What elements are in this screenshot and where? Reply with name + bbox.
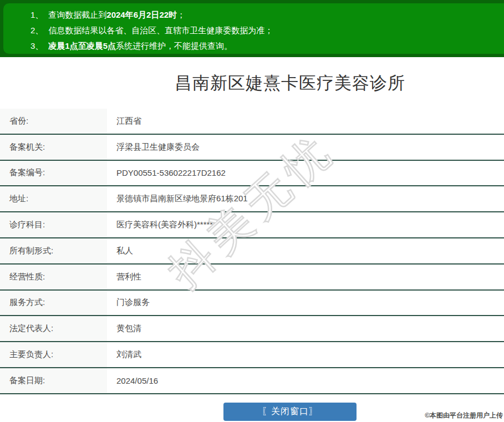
- table-row: 服务方式:门诊服务: [0, 291, 504, 317]
- row-value: 浮梁县卫生健康委员会: [107, 135, 504, 160]
- table-row: 所有制形式:私人: [0, 238, 504, 265]
- notice-item-text: 凌晨1点至凌晨5点: [48, 41, 116, 50]
- notice-item-text: 2024年6月2日22时: [106, 10, 177, 19]
- notice-item-text: 查询数据截止到: [48, 10, 106, 19]
- close-window-button[interactable]: 〖关闭窗口〗: [223, 403, 357, 421]
- notice-item: 3、凌晨1点至凌晨5点系统进行维护，不能提供查询。: [30, 38, 504, 54]
- table-row: 经营性质:营利性: [0, 265, 504, 291]
- row-label: 经营性质:: [0, 265, 107, 289]
- notice-banner-inner: 1、查询数据截止到2024年6月2日22时；2、信息数据结果以各省、自治区、直辖…: [3, 3, 504, 54]
- row-label: 省份:: [0, 109, 107, 134]
- record-table: 省份:江西省备案机关:浮梁县卫生健康委员会备案编号:PDY00551-53602…: [0, 109, 504, 394]
- row-value: 门诊服务: [107, 291, 504, 316]
- row-label: 法定代表人:: [0, 316, 107, 341]
- notice-item-text: 系统进行维护，不能提供查询。: [116, 41, 232, 50]
- table-row: 省份:江西省: [0, 109, 504, 135]
- notice-item-number: 3、: [30, 41, 43, 50]
- row-label: 主要负责人:: [0, 342, 107, 367]
- row-label: 备案日期:: [0, 368, 107, 393]
- row-label: 服务方式:: [0, 291, 107, 316]
- row-value: 医疗美容科(美容外科)******: [107, 212, 504, 237]
- row-value: 营利性: [107, 265, 504, 289]
- row-label: 所有制形式:: [0, 238, 107, 263]
- table-row: 法定代表人:黄包清: [0, 316, 504, 342]
- table-row: 备案日期:2024/05/16: [0, 368, 504, 394]
- notice-item-number: 1、: [30, 10, 43, 19]
- row-value: 刘清武: [107, 342, 504, 367]
- notice-item: 1、查询数据截止到2024年6月2日22时；: [30, 7, 504, 23]
- row-label: 地址:: [0, 186, 107, 211]
- row-value: 景德镇市昌南新区绿地景府61栋201: [107, 186, 504, 211]
- row-value: PDY00551-536022217D2162: [107, 161, 504, 186]
- uploader-footnote: ©本图由平台注册用户上传: [425, 411, 503, 420]
- row-value: 私人: [107, 238, 504, 263]
- page-container: 1、查询数据截止到2024年6月2日22时；2、信息数据结果以各省、自治区、直辖…: [0, 0, 504, 421]
- table-row: 备案机关:浮梁县卫生健康委员会: [0, 135, 504, 161]
- table-row: 诊疗科目:医疗美容科(美容外科)******: [0, 212, 504, 238]
- row-label: 备案机关:: [0, 135, 107, 160]
- table-row: 备案编号:PDY00551-536022217D2162: [0, 161, 504, 187]
- title-section: 昌南新区婕熹卡医疗美容诊所: [0, 57, 504, 109]
- row-value: 2024/05/16: [107, 368, 504, 393]
- table-row: 主要负责人:刘清武: [0, 342, 504, 368]
- notice-item-text: ；: [177, 10, 185, 19]
- notice-item-text: 信息数据结果以各省、自治区、直辖市卫生健康委数据为准；: [48, 26, 273, 35]
- notice-banner: 1、查询数据截止到2024年6月2日22时；2、信息数据结果以各省、自治区、直辖…: [0, 0, 504, 57]
- page-title: 昌南新区婕熹卡医疗美容诊所: [175, 72, 405, 95]
- row-label: 备案编号:: [0, 161, 107, 186]
- notice-item: 2、信息数据结果以各省、自治区、直辖市卫生健康委数据为准；: [30, 23, 504, 38]
- notice-list: 1、查询数据截止到2024年6月2日22时；2、信息数据结果以各省、自治区、直辖…: [3, 3, 504, 54]
- row-label: 诊疗科目:: [0, 212, 107, 237]
- row-value: 黄包清: [107, 316, 504, 341]
- table-row: 地址:景德镇市昌南新区绿地景府61栋201: [0, 186, 504, 212]
- notice-item-number: 2、: [30, 26, 43, 35]
- row-value: 江西省: [107, 109, 504, 134]
